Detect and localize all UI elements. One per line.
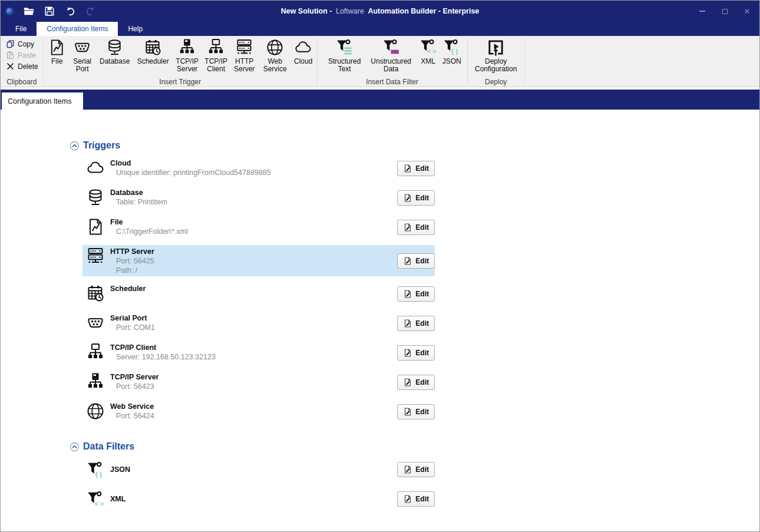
trigger-row-serial-port[interactable]: Serial Port Port: COM1 Edit	[82, 312, 435, 335]
content-area: Triggers Cloud Unique identifier: printi…	[1, 110, 759, 511]
copy-icon	[6, 39, 15, 48]
tab-configuration-items[interactable]: Configuration Items	[37, 22, 118, 36]
edit-button[interactable]: Edit	[397, 190, 435, 206]
data-filters-list: JSON Edit XML Edit	[82, 458, 435, 511]
xml-filter-icon	[86, 490, 105, 509]
scheduler-icon	[144, 38, 162, 57]
open-folder-icon[interactable]	[24, 6, 34, 16]
ribbon: Copy Paste Delete Clipboard File	[1, 36, 759, 87]
redo-icon	[85, 6, 96, 16]
insert-unstructured-data-filter-button[interactable]: Unstructured Data	[366, 37, 417, 73]
trigger-row-tcpip-client[interactable]: TCP/IP Client Server: 192.168.50.123:321…	[82, 341, 435, 365]
save-icon[interactable]	[44, 6, 55, 16]
tcpip-client-icon	[207, 38, 225, 57]
trigger-row-cloud[interactable]: Cloud Unique identifier: printingFromClo…	[82, 157, 435, 180]
edit-button[interactable]: Edit	[397, 375, 435, 390]
deploy-configuration-button[interactable]: Deploy Configuration	[470, 37, 522, 73]
document-tab-configuration-items[interactable]: Configuration Items	[2, 92, 83, 110]
paste-button: Paste	[6, 50, 38, 60]
tcpip-server-icon	[178, 38, 196, 57]
trigger-row-tcpip-server[interactable]: TCP/IP Server Port: 56423 Edit	[82, 371, 435, 394]
structured-text-filter-icon	[335, 38, 353, 57]
trigger-row-file[interactable]: File C:\TriggerFolder\*.xml Edit	[82, 216, 435, 239]
insert-web-service-trigger-button[interactable]: Web Service	[259, 37, 292, 73]
edit-icon	[403, 164, 412, 173]
paste-icon	[6, 51, 15, 60]
xml-filter-icon	[419, 38, 437, 57]
deploy-group: Deploy Configuration Deploy	[468, 36, 524, 87]
collapse-chevron-icon[interactable]	[70, 141, 80, 151]
serial-port-icon	[86, 313, 105, 332]
http-server-icon	[86, 247, 105, 266]
tab-help[interactable]: Help	[118, 22, 153, 36]
scheduler-icon	[86, 284, 105, 303]
ribbon-tab-bar: File Configuration Items Help	[1, 22, 759, 36]
app-window: New Solution - Loftware Automation Build…	[0, 0, 760, 532]
filter-row-json[interactable]: JSON Edit	[82, 458, 435, 481]
edit-button[interactable]: Edit	[397, 491, 435, 507]
trigger-row-web-service[interactable]: Web Service Port: 56424 Edit	[82, 400, 435, 424]
insert-trigger-group-label: Insert Trigger	[44, 78, 317, 86]
insert-http-server-trigger-button[interactable]: HTTP Server	[230, 37, 259, 73]
edit-button[interactable]: Edit	[397, 286, 435, 302]
database-icon	[105, 38, 124, 57]
edit-icon	[403, 494, 412, 504]
edit-button[interactable]: Edit	[397, 220, 435, 235]
trigger-row-scheduler[interactable]: Scheduler Edit	[82, 282, 435, 306]
insert-json-filter-button[interactable]: JSON	[440, 37, 464, 65]
insert-cloud-trigger-button[interactable]: Cloud	[292, 37, 315, 65]
edit-icon	[403, 256, 412, 266]
trigger-row-database[interactable]: Database Table: PrintItem Edit	[82, 186, 435, 210]
minimize-button[interactable]	[698, 7, 706, 15]
cloud-icon	[86, 158, 105, 177]
insert-xml-filter-button[interactable]: XML	[417, 37, 440, 65]
edit-icon	[403, 348, 412, 358]
undo-icon[interactable]	[65, 6, 75, 16]
deploy-icon	[487, 38, 505, 57]
insert-tcpip-client-trigger-button[interactable]: TCP/IP Client	[202, 37, 230, 73]
edit-icon	[403, 465, 412, 474]
edit-icon	[403, 223, 412, 232]
data-filters-section-title: Data Filters	[83, 441, 134, 452]
tab-file[interactable]: File	[5, 22, 37, 36]
collapse-chevron-icon[interactable]	[70, 442, 80, 452]
edit-icon	[403, 193, 412, 203]
trigger-row-http-server[interactable]: HTTP Server Port: 56425 Path: / Edit	[82, 245, 435, 276]
data-filters-section-header: Data Filters	[70, 441, 759, 452]
filter-row-xml[interactable]: XML Edit	[82, 487, 435, 511]
insert-data-filter-group: Structured Text Unstructured Data XML JS…	[318, 36, 467, 87]
edit-button[interactable]: Edit	[397, 316, 435, 331]
insert-serial-port-trigger-button[interactable]: Serial Port	[69, 37, 96, 73]
window-title: New Solution - Loftware Automation Build…	[1, 7, 759, 15]
file-icon	[86, 217, 105, 236]
edit-button[interactable]: Edit	[397, 345, 435, 361]
insert-trigger-group: File Serial Port Database Scheduler TCP/…	[44, 36, 317, 87]
clipboard-group-label: Clipboard	[1, 78, 43, 86]
maximize-button[interactable]	[721, 7, 729, 15]
edit-icon	[403, 407, 412, 417]
edit-icon	[403, 378, 412, 387]
insert-file-trigger-button[interactable]: File	[45, 37, 69, 65]
edit-button[interactable]: Edit	[397, 404, 435, 419]
window-controls: ✕	[698, 1, 751, 22]
app-icon[interactable]	[6, 8, 14, 15]
insert-structured-text-filter-button[interactable]: Structured Text	[323, 37, 366, 73]
quick-access-toolbar	[1, 6, 96, 16]
insert-database-trigger-button[interactable]: Database	[96, 37, 134, 65]
insert-scheduler-trigger-button[interactable]: Scheduler	[134, 37, 173, 65]
edit-button[interactable]: Edit	[397, 253, 435, 269]
close-button[interactable]: ✕	[743, 7, 751, 15]
copy-button[interactable]: Copy	[6, 39, 38, 49]
title-solution: New Solution -	[281, 7, 332, 15]
edit-button[interactable]: Edit	[397, 161, 435, 176]
insert-tcpip-server-trigger-button[interactable]: TCP/IP Server	[173, 37, 202, 73]
delete-button[interactable]: Delete	[6, 61, 38, 71]
triggers-list: Cloud Unique identifier: printingFromClo…	[82, 157, 435, 424]
json-filter-icon	[86, 461, 105, 480]
edit-icon	[403, 289, 412, 299]
web-service-icon	[86, 402, 105, 421]
unstructured-data-filter-icon	[382, 38, 400, 57]
delete-icon	[6, 62, 15, 71]
http-server-icon	[235, 38, 253, 57]
edit-button[interactable]: Edit	[397, 462, 435, 477]
